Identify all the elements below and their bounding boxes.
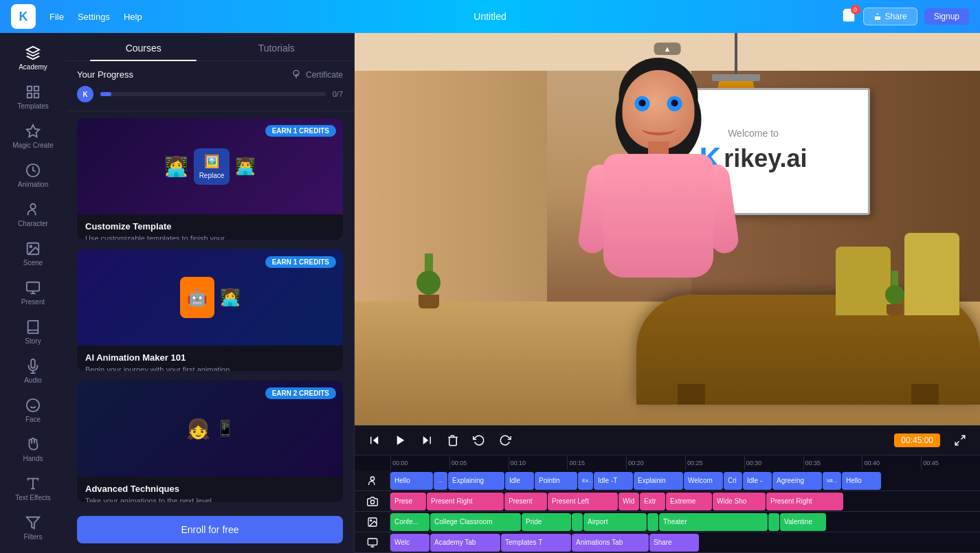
sidebar-label-character: Character	[18, 220, 48, 227]
course-card-title-3: Advanced Techniques	[85, 484, 335, 494]
seg-present-right-1[interactable]: Present Right	[427, 493, 504, 510]
signup-button[interactable]: Signup	[924, 8, 969, 25]
seg-ex-1[interactable]: Ex...	[578, 472, 593, 490]
academy-panel: Courses Tutorials Your Progress Certific…	[66, 33, 355, 553]
progress-avatar: K	[77, 86, 93, 102]
tab-courses[interactable]: Courses	[77, 33, 210, 60]
svg-point-27	[370, 477, 374, 480]
seg-hello-2[interactable]: Hello	[842, 472, 881, 490]
sidebar-item-academy[interactable]: Academy	[3, 40, 63, 76]
tab-tutorials[interactable]: Tutorials	[210, 33, 344, 60]
left-sidebar: Academy Templates Magic Create Animation…	[0, 33, 66, 553]
seg-wid[interactable]: Wid	[619, 493, 639, 510]
time-display: 00:45:00	[894, 433, 940, 447]
seg-present-1[interactable]: Present	[504, 493, 547, 510]
seg-space-2[interactable]	[647, 513, 658, 531]
sidebar-item-character[interactable]: Character	[3, 196, 63, 233]
right-actions: 0 Share Signup	[841, 8, 969, 25]
course-card-body-3: Advanced Techniques Take your animations…	[77, 477, 343, 502]
seg-extreme[interactable]: Extreme	[666, 493, 712, 510]
seg-idl[interactable]: Idl...	[823, 472, 841, 490]
sidebar-item-present[interactable]: Present	[3, 275, 63, 311]
skip-to-start-button[interactable]	[366, 431, 383, 449]
floating-label: ▲	[654, 43, 681, 55]
nav-settings[interactable]: Settings	[78, 12, 110, 22]
track-content-scene[interactable]: Confe... College Classroom Pride Airport…	[390, 512, 980, 532]
seg-cri[interactable]: Cri	[724, 472, 742, 490]
nav-file[interactable]: File	[49, 12, 64, 22]
sidebar-item-audio[interactable]: Audio	[3, 353, 63, 390]
sidebar-item-magic-create[interactable]: Magic Create	[3, 118, 63, 155]
seg-theater[interactable]: Theater	[659, 513, 768, 531]
certificate-button[interactable]: Certificate	[291, 69, 343, 80]
progress-bar-fill	[100, 92, 111, 96]
expand-timeline-button[interactable]	[951, 431, 969, 449]
seg-dots-1[interactable]: ...	[434, 472, 447, 490]
enroll-button[interactable]: Enroll for free	[77, 516, 343, 543]
seg-valentine[interactable]: Valentine	[780, 513, 826, 531]
seg-hello-1[interactable]: Hello	[390, 472, 433, 490]
sidebar-item-text-effects[interactable]: Text Effects	[3, 471, 63, 507]
seg-idle-2[interactable]: Idle -	[743, 472, 772, 490]
seg-welcome[interactable]: Welcom	[684, 472, 723, 490]
seg-templates-tab[interactable]: Templates T	[501, 534, 571, 552]
sidebar-item-story[interactable]: Story	[3, 314, 63, 350]
course-card-2[interactable]: 🤖 👩‍💻 EARN 1 CREDITS AI Animation Maker …	[77, 249, 343, 371]
seg-college-classroom[interactable]: College Classroom	[430, 513, 521, 531]
track-row-scene: Confe... College Classroom Pride Airport…	[355, 512, 980, 532]
sidebar-item-hands[interactable]: Hands	[3, 431, 63, 468]
seg-conf[interactable]: Confe...	[390, 513, 430, 531]
timeline-ruler: 00:00 00:05 00:10 00:15 00:20 00:25 00:3…	[355, 455, 980, 471]
plant-right	[885, 271, 904, 315]
seg-share[interactable]: Share	[649, 534, 699, 552]
seg-wide-shot[interactable]: Wide Sho	[713, 493, 766, 510]
svg-line-26	[955, 442, 959, 445]
seg-academy-tab[interactable]: Academy Tab	[430, 534, 500, 552]
seg-idle-t[interactable]: Idle -T	[594, 472, 633, 490]
track-content-tabs[interactable]: Welc Academy Tab Templates T Animations …	[390, 532, 980, 552]
seg-agreeing[interactable]: Agreeing	[772, 472, 822, 490]
seg-extr[interactable]: Extr	[640, 493, 665, 510]
course-card-title-1: Customize Template	[85, 221, 335, 232]
cart-button[interactable]: 0	[841, 8, 856, 25]
undo-button[interactable]	[470, 431, 488, 449]
app-logo: K	[11, 4, 36, 29]
sidebar-item-filters[interactable]: Filters	[3, 510, 63, 546]
seg-welc[interactable]: Welc	[390, 534, 430, 552]
redo-button[interactable]	[496, 431, 514, 449]
seg-pointing[interactable]: Pointin	[535, 472, 577, 490]
course-card-1[interactable]: 👩‍💻 🖼️ Replace 👨‍💻 EARN 1 CREDITS Custom…	[77, 118, 343, 240]
seg-prese[interactable]: Prese	[390, 493, 426, 510]
play-button[interactable]	[392, 431, 410, 449]
seg-explaining-1[interactable]: Explaining	[448, 472, 504, 490]
svg-point-30	[370, 519, 371, 521]
sidebar-item-face[interactable]: Face	[3, 392, 63, 429]
delete-button[interactable]	[444, 431, 462, 449]
course-card-3[interactable]: 👧 📱 EARN 2 CREDITS Advanced Techniques T…	[77, 381, 343, 502]
skip-to-end-button[interactable]	[418, 431, 436, 449]
track-row-animation: Hello ... Explaining Idle Pointin Ex... …	[355, 471, 980, 491]
svg-line-25	[961, 436, 965, 439]
track-row-camera: Prese Present Right Present Present Left…	[355, 491, 980, 512]
sidebar-item-animation[interactable]: Animation	[3, 157, 63, 194]
seg-explaining-2[interactable]: Explainin	[634, 472, 683, 490]
seg-animations-tab[interactable]: Animations Tab	[572, 534, 649, 552]
sidebar-label-face: Face	[25, 416, 41, 423]
seg-space-3[interactable]	[768, 513, 779, 531]
sidebar-label-text-effects: Text Effects	[15, 494, 51, 501]
svg-point-13	[27, 399, 39, 411]
sidebar-item-scene[interactable]: Scene	[3, 236, 63, 272]
seg-space-1[interactable]	[572, 513, 583, 531]
seg-airport[interactable]: Airport	[583, 513, 647, 531]
seg-present-left[interactable]: Present Left	[548, 493, 618, 510]
sidebar-item-templates[interactable]: Templates	[3, 79, 63, 115]
seg-present-right-2[interactable]: Present Right	[766, 493, 843, 510]
track-icon-image	[355, 512, 390, 532]
track-content-camera[interactable]: Prese Present Right Present Present Left…	[390, 491, 980, 511]
nav-help[interactable]: Help	[124, 12, 142, 22]
track-content-animation[interactable]: Hello ... Explaining Idle Pointin Ex... …	[390, 471, 980, 490]
seg-pride[interactable]: Pride	[522, 513, 571, 531]
share-button[interactable]: Share	[863, 8, 917, 25]
svg-rect-10	[27, 282, 39, 291]
seg-idle-1[interactable]: Idle	[505, 472, 534, 490]
